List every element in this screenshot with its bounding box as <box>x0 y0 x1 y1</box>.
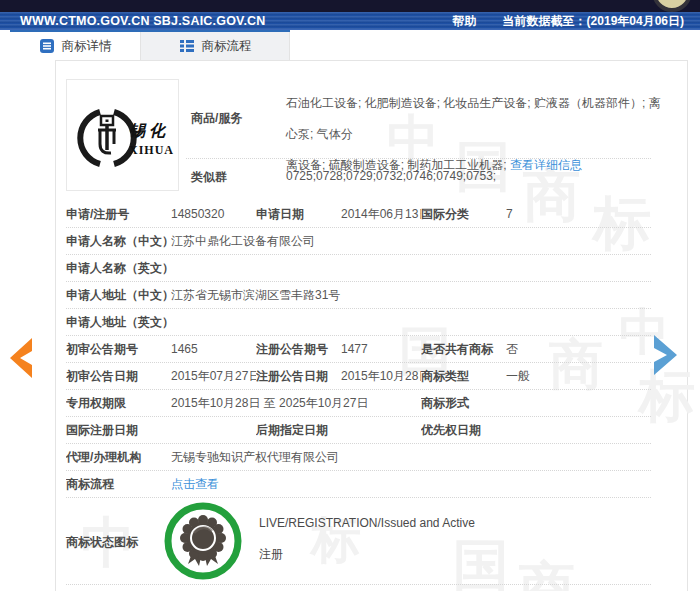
field-value: 14850320 <box>171 207 256 221</box>
field-value: 否 <box>506 341 651 358</box>
field-label: 商标类型 <box>421 368 506 385</box>
field-value: 2015年10月28日 <box>341 368 421 385</box>
tab-trademark-details-label: 商标详情 <box>62 38 112 55</box>
trademark-detail-panel: 中 国 商 标 中 国 商 标 中 国 商 标 <box>55 60 688 591</box>
field-label: 注册公告期号 <box>256 341 341 358</box>
row-trademark-status: 商标状态图标 <box>66 498 651 584</box>
field-value: 1465 <box>171 342 256 356</box>
field-label: 初审公告日期 <box>66 368 171 385</box>
tab-trademark-process[interactable]: 商标流程 <box>140 32 290 60</box>
goods-line1: 石油化工设备; 化肥制造设备; 化妆品生产设备; 贮液器（机器部件）; 离心泵;… <box>286 88 666 150</box>
row-registration-number: 申请/注册号 14850320 申请日期 2014年06月13日 国际分类 7 <box>66 201 651 228</box>
field-rows: 申请/注册号 14850320 申请日期 2014年06月13日 国际分类 7 … <box>66 201 651 585</box>
row-trademark-process: 商标流程 点击查看 <box>66 471 651 498</box>
click-to-view-link[interactable]: 点击查看 <box>171 476 651 493</box>
field-label: 专用权期限 <box>66 395 171 412</box>
field-value: 2015年10月28日 至 2025年10月27日 <box>171 395 421 412</box>
row-exclusive-right-period: 专用权期限 2015年10月28日 至 2025年10月27日 商标形式 <box>66 390 651 417</box>
row-first-gazette-number: 初审公告期号 1465 注册公告期号 1477 是否共有商标 否 <box>66 336 651 363</box>
divider <box>66 584 651 585</box>
field-label: 申请日期 <box>256 206 341 223</box>
field-value: 2015年07月27日 <box>171 368 256 385</box>
field-value: 一般 <box>506 368 651 385</box>
field-label: 注册公告日期 <box>256 368 341 385</box>
row-international-registration-date: 国际注册日期 后期指定日期 优先权日期 <box>66 417 651 444</box>
field-label: 申请人地址（中文） <box>66 287 171 304</box>
trademark-detail-page: WWW.CTMO.GOV.CN SBJ.SAIC.GOV.CN 帮助 当前数据截… <box>0 0 700 591</box>
field-label: 代理/办理机构 <box>66 449 171 466</box>
tab-bar: 商标详情 商标流程 <box>10 30 290 60</box>
chevron-right-icon <box>651 332 679 378</box>
row-agency: 代理/办理机构 无锡专驰知识产权代理有限公司 <box>66 444 651 471</box>
similar-group-label: 类似群 <box>191 169 227 186</box>
row-applicant-address-en: 申请人地址（英文） <box>66 309 651 336</box>
field-label: 初审公告期号 <box>66 341 171 358</box>
corner-logo-icon <box>652 0 692 12</box>
next-record-arrow[interactable] <box>650 332 680 378</box>
field-value: 1477 <box>341 342 421 356</box>
field-value: 江苏省无锡市滨湖区雪丰路31号 <box>171 287 651 304</box>
registration-status-badge <box>163 501 243 581</box>
field-label: 优先权日期 <box>421 422 506 439</box>
field-value: 2014年06月13日 <box>341 206 421 223</box>
field-label: 申请人名称（中文） <box>66 233 171 250</box>
field-label: 国际分类 <box>421 206 506 223</box>
field-value: 7 <box>506 207 651 221</box>
field-label: 后期指定日期 <box>256 422 341 439</box>
goods-services-value: 石油化工设备; 化肥制造设备; 化妆品生产设备; 贮液器（机器部件）; 离心泵;… <box>286 88 666 181</box>
logo-en-glyphs: XIHUA <box>129 143 174 157</box>
help-link[interactable]: 帮助 <box>453 13 477 30</box>
tab-trademark-details[interactable]: 商标详情 <box>10 32 140 60</box>
row-applicant-name-cn: 申请人名称（中文） 江苏中鼎化工设备有限公司 <box>66 228 651 255</box>
field-label: 商标形式 <box>421 395 506 412</box>
list-icon <box>179 38 195 54</box>
status-label: 商标状态图标 <box>66 534 138 551</box>
window-top-strip <box>0 0 700 12</box>
similar-group-value: 0725;0728;0729;0732;0746;0749;0753; <box>286 169 496 183</box>
previous-record-arrow[interactable] <box>6 336 36 382</box>
field-label: 申请人名称（英文） <box>66 260 171 277</box>
row-applicant-name-en: 申请人名称（英文） <box>66 255 651 282</box>
field-label: 商标流程 <box>66 476 171 493</box>
row-applicant-address-cn: 申请人地址（中文） 江苏省无锡市滨湖区雪丰路31号 <box>66 282 651 309</box>
site-url-text: WWW.CTMO.GOV.CN SBJ.SAIC.GOV.CN <box>20 14 266 28</box>
document-icon <box>39 38 55 54</box>
field-value: 无锡专驰知识产权代理有限公司 <box>171 449 651 466</box>
divider <box>186 158 651 159</box>
trademark-image: 锡 化 XIHUA <box>66 79 179 191</box>
status-text-cn: 注册 <box>259 546 283 563</box>
field-label: 申请/注册号 <box>66 206 171 223</box>
status-text-en: LIVE/REGISTRATION/Issued and Active <box>259 516 475 530</box>
goods-services-label: 商品/服务 <box>191 110 242 127</box>
view-details-link[interactable]: 查看详细信息 <box>510 158 582 172</box>
field-value: 江苏中鼎化工设备有限公司 <box>171 233 651 250</box>
chevron-left-icon <box>8 336 34 380</box>
data-cutoff-text: 当前数据截至：(2019年04月06日) <box>503 13 684 30</box>
site-title-bar: WWW.CTMO.GOV.CN SBJ.SAIC.GOV.CN 帮助 当前数据截… <box>0 12 700 30</box>
row-first-gazette-date: 初审公告日期 2015年07月27日 注册公告日期 2015年10月28日 商标… <box>66 363 651 390</box>
award-ribbon-icon <box>163 501 243 581</box>
field-label: 申请人地址（英文） <box>66 314 171 331</box>
tab-trademark-process-label: 商标流程 <box>202 38 252 55</box>
logo-cn-glyphs: 锡 化 <box>129 122 167 139</box>
field-label: 国际注册日期 <box>66 422 171 439</box>
field-label: 是否共有商标 <box>421 341 506 358</box>
